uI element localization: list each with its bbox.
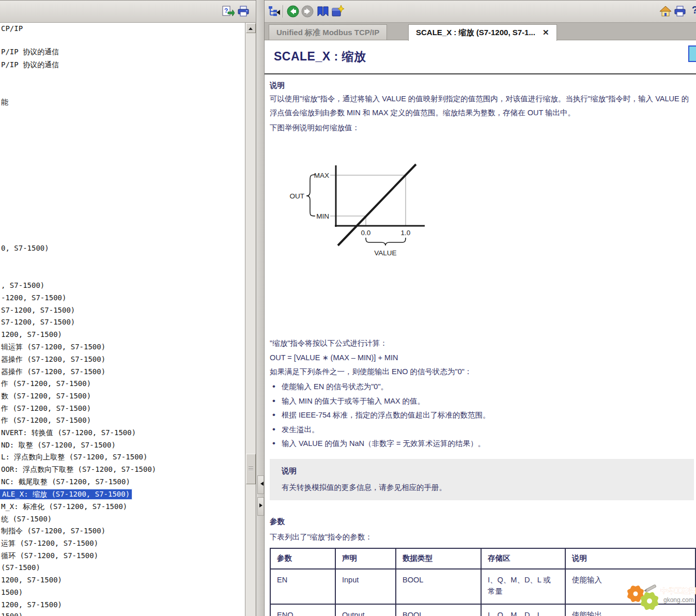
param-table-cell: I、Q、M、D、L 或 常量: [481, 569, 565, 604]
show-topic-icon[interactable]: ?: [221, 5, 235, 18]
right-toolbar: ?: [265, 0, 696, 23]
tree-item[interactable]: S7-1200, S7-1500): [1, 317, 75, 327]
tree-item[interactable]: 能: [1, 97, 8, 107]
note-text: 有关转换模拟值的更多信息，请参见相应的手册。: [282, 483, 446, 492]
param-table-header-cell: 存储区: [481, 548, 565, 569]
toolbar-separator: [283, 5, 284, 18]
value-brace: [366, 238, 406, 245]
bookmarks-icon[interactable]: [316, 5, 330, 18]
topic-tree: CP/IPP/IP 协议的通信P/IP 协议的通信能0, S7-1500), S…: [0, 23, 245, 616]
tab-unified-modbus[interactable]: Unified 标准 Modbus TCP/IP: [269, 24, 387, 40]
param-table-header-cell: 说明: [565, 548, 695, 569]
tree-item[interactable]: S7-1200, S7-1500): [1, 305, 75, 315]
left-toolbar: ?: [0, 0, 257, 23]
tree-item[interactable]: P/IP 协议的通信: [1, 47, 59, 57]
value-label: VALUE: [374, 249, 396, 257]
tree-item[interactable]: 1500): [1, 611, 23, 616]
new-window-icon[interactable]: [331, 5, 344, 18]
tree-item[interactable]: NC: 截尾取整 (S7-1200, S7-1500): [1, 477, 130, 487]
tree-item[interactable]: 运算 (S7-1200, S7-1500): [1, 538, 98, 548]
min-label: MIN: [316, 212, 329, 220]
tree-item[interactable]: 1200, S7-1500): [1, 600, 62, 610]
svg-text:?: ?: [224, 7, 228, 14]
scroll-up-button[interactable]: [246, 23, 256, 33]
parameters-heading: 参数: [270, 517, 285, 527]
param-table-header-cell: 声明: [335, 548, 396, 569]
tree-item[interactable]: 作 (S7-1200, S7-1500): [1, 415, 91, 425]
param-table-header-cell: 参数: [270, 548, 335, 569]
max-label: MAX: [314, 172, 329, 179]
param-table-header-cell: 数据类型: [396, 548, 481, 569]
tree-item[interactable]: -1200, S7-1500): [1, 293, 66, 303]
eno-conditions-list: 使能输入 EN 的信号状态为"0"。输入 MIN 的值大于或等于输入 MAX 的…: [272, 379, 490, 451]
tree-item[interactable]: , S7-1500): [1, 281, 44, 290]
panel-splitter[interactable]: [256, 0, 265, 616]
tree-item[interactable]: 1200, S7-1500): [1, 575, 62, 585]
tree-item[interactable]: NVERT: 转换值 (S7-1200, S7-1500): [1, 428, 136, 438]
forward-icon[interactable]: [301, 5, 314, 18]
contents-toggle-icon[interactable]: [267, 5, 281, 18]
right-arrow-icon: [259, 503, 265, 507]
tree-item[interactable]: 器操作 (S7-1200, S7-1500): [1, 367, 105, 377]
param-table-cell: Output: [335, 604, 396, 616]
note-box: 说明 有关转换模拟值的更多信息，请参见相应的手册。: [270, 459, 694, 500]
condition-item: 使能输入 EN 的信号状态为"0"。: [272, 379, 490, 394]
up-arrow-icon: [249, 25, 253, 30]
description-paragraph: 可以使用"缩放"指令，通过将输入 VALUE 的值映射到指定的值范围内，对该值进…: [270, 92, 694, 120]
tree-item[interactable]: 统 (S7-1500): [1, 514, 52, 524]
tree-item[interactable]: 数 (S7-1200, S7-1500): [1, 391, 91, 401]
tree-item[interactable]: 作 (S7-1200, S7-1500): [1, 404, 91, 413]
tree-item[interactable]: M_X: 标准化 (S7-1200, S7-1500): [1, 502, 127, 512]
condition-item: 发生溢出。: [272, 422, 490, 437]
scrollbar-thumb[interactable]: [246, 454, 256, 484]
tree-item[interactable]: (S7-1500): [1, 563, 40, 573]
collapse-left-button[interactable]: [257, 475, 264, 494]
param-table-cell: I、Q、M、D、L: [481, 604, 565, 616]
home-icon[interactable]: [659, 5, 672, 18]
left-arrow-icon: [258, 482, 264, 486]
collapse-right-button[interactable]: [257, 497, 264, 516]
condition-item: 根据 IEEE-754 标准，指定的浮点数的值超出了标准的数范围。: [272, 408, 490, 422]
x-start-label: 0.0: [361, 229, 371, 237]
help-icon[interactable]: ?: [692, 4, 696, 16]
help-article: SCALE_X : 缩放 说明 可以使用"缩放"指令，通过将输入 VALUE 的…: [265, 40, 696, 616]
param-table-header-row: 参数声明数据类型存储区说明: [270, 548, 695, 569]
tree-item[interactable]: 1200, S7-1500): [1, 330, 62, 340]
tree-item[interactable]: ND: 取整 (S7-1200, S7-1500): [1, 440, 116, 450]
close-icon[interactable]: ✕: [543, 25, 549, 40]
back-icon[interactable]: [286, 5, 300, 18]
tree-item[interactable]: 制指令 (S7-1200, S7-1500): [1, 526, 105, 536]
note-heading: 说明: [282, 466, 297, 476]
out-brace: [306, 175, 315, 216]
tree-item[interactable]: CP/IP: [1, 24, 23, 34]
tree-scrollbar[interactable]: [245, 23, 255, 616]
pencil-icon: [644, 584, 656, 592]
tree-item[interactable]: 辑运算 (S7-1200, S7-1500): [1, 342, 105, 352]
conditions-intro: 如果满足下列条件之一，则使能输出 ENO 的信号状态为"0"：: [270, 365, 472, 379]
param-table-cell: ENO: [270, 604, 335, 616]
formula-intro: "缩放"指令将按以下公式进行计算：: [270, 336, 388, 350]
thumb-grip-icon: [249, 467, 253, 471]
tree-item[interactable]: 1500): [1, 588, 23, 597]
tree-item[interactable]: 器操作 (S7-1200, S7-1500): [1, 355, 105, 364]
watermark-url: gkong.com: [663, 596, 694, 604]
print-icon[interactable]: [237, 5, 250, 18]
rate-page-icon[interactable]: [688, 45, 696, 62]
tab-label: Unified 标准 Modbus TCP/IP: [276, 28, 379, 37]
param-table-cell: Input: [335, 569, 396, 604]
tab-scale-x[interactable]: SCALE_X : 缩放 (S7-1200, S7-1...✕: [408, 24, 557, 41]
tree-item[interactable]: 0, S7-1500): [1, 243, 49, 253]
watermark-title: 中华工控网: [660, 587, 696, 595]
param-table-cell: EN: [270, 569, 335, 604]
page-title: SCALE_X : 缩放: [274, 49, 366, 65]
tree-item[interactable]: OOR: 浮点数向下取整 (S7-1200, S7-1500): [1, 465, 156, 474]
tree-item[interactable]: L: 浮点数向上取整 (S7-1200, S7-1500): [1, 452, 147, 462]
tree-item[interactable]: 作 (S7-1200, S7-1500): [1, 379, 91, 389]
param-table-cell: BOOL: [396, 604, 481, 616]
tree-item[interactable]: P/IP 协议的通信: [1, 60, 59, 70]
tree-item[interactable]: 循环 (S7-1200, S7-1500): [1, 551, 98, 561]
print-icon[interactable]: [673, 5, 687, 18]
tab-label: SCALE_X : 缩放 (S7-1200, S7-1...: [416, 28, 535, 37]
description-heading: 说明: [270, 81, 285, 90]
tree-item-selected[interactable]: ALE_X: 缩放 (S7-1200, S7-1500): [0, 489, 132, 499]
